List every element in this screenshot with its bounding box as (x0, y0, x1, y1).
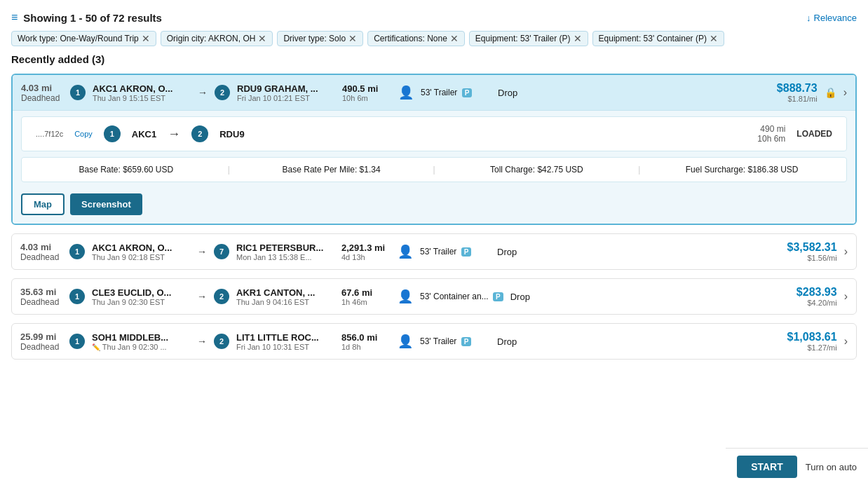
chip-remove[interactable]: ✕ (258, 34, 266, 43)
screenshot-button-1[interactable]: Screenshot (70, 193, 142, 215)
stop-badge-4: 1 (69, 334, 85, 349)
chip-remove[interactable]: ✕ (348, 34, 357, 43)
map-button-1[interactable]: Map (21, 193, 65, 215)
p-badge-2: P (461, 247, 472, 257)
equipment-2: 53' Trailer P (420, 247, 490, 257)
price-per-mile-1: $1.81/mi (777, 95, 818, 103)
stop-name-origin-1: AKC1 (132, 129, 156, 139)
stop-badge-2: 1 (69, 244, 85, 259)
fuel-surcharge-1: Fuel Surcharge: $186.38 USD (651, 165, 832, 175)
route-dest-3: AKR1 CANTON, ... Thu Jan 9 04:16 EST (236, 287, 334, 306)
distance-1: 490.5 mi 10h 6m (342, 83, 391, 102)
deadhead-1: 4.03 mi Deadhead (21, 83, 63, 103)
arrow-3: → (197, 291, 207, 302)
relevance-sort[interactable]: ↓ Relevance (806, 13, 857, 23)
filter-icon: ≡ (11, 11, 18, 24)
stop-badge-dest-3: 2 (214, 289, 229, 304)
price-section-1: $888.73 $1.81/mi (777, 82, 818, 103)
chip-certifications: Certifications: None ✕ (367, 31, 465, 46)
results-text: Showing 1 - 50 of 72 results (23, 12, 162, 24)
chevron-right-4: › (844, 335, 848, 348)
chip-remove[interactable]: ✕ (710, 34, 718, 43)
origin-name-1: AKC1 AKRON, O... (93, 83, 191, 94)
results-count: ≡ Showing 1 - 50 of 72 results (11, 11, 162, 24)
price-section-3: $283.93 $4.20/mi (796, 286, 837, 307)
distance-time-4: 1d 8h (341, 343, 391, 351)
chevron-right-3: › (844, 290, 848, 303)
equipment-1: 53' Trailer P (421, 88, 491, 97)
deadhead-label-2: Deadhead (20, 252, 62, 262)
toll-charge-1: Toll Charge: $42.75 USD (447, 165, 628, 175)
p-badge-3: P (493, 292, 503, 301)
base-rate-1: Base Rate: $659.60 USD (36, 165, 217, 175)
chip-origin-city: Origin city: AKRON, OH ✕ (161, 31, 273, 46)
chip-work-type: Work type: One-Way/Round Trip ✕ (11, 31, 156, 46)
distance-mi-3: 67.6 mi (341, 287, 391, 298)
header-row: ≡ Showing 1 - 50 of 72 results ↓ Relevan… (11, 11, 857, 24)
route-detail-row-1: ....7f12c Copy 1 AKC1 → 2 RDU9 490 mi 10… (21, 116, 847, 151)
sort-label: Relevance (814, 13, 857, 23)
chip-driver-type: Driver type: Solo ✕ (277, 31, 363, 46)
chip-label: Driver type: Solo (283, 34, 346, 43)
driver-icon-4: 👤 (398, 334, 413, 349)
base-rate-per-mile-1: Base Rate Per Mile: $1.34 (241, 165, 422, 175)
dest-name-4: LIT1 LITTLE ROC... (236, 332, 334, 343)
rate-divider-3: | (638, 165, 640, 175)
dest-time-4: Fri Jan 10 10:31 EST (236, 343, 334, 351)
price-section-2: $3,582.31 $1.56/mi (787, 241, 836, 262)
deadhead-3: 35.63 mi Deadhead (20, 287, 62, 307)
lock-icon-1: 🔒 (825, 87, 836, 98)
distance-mi-4: 856.0 mi (341, 332, 391, 343)
chip-remove[interactable]: ✕ (142, 34, 150, 43)
chip-remove[interactable]: ✕ (450, 34, 459, 43)
route-origin-3: CLE3 EUCLID, O... Thu Jan 9 02:30 EST (92, 287, 190, 306)
big-arrow-1: → (168, 127, 180, 142)
route-dest-1: RDU9 GRAHAM, ... Fri Jan 10 01:21 EST (237, 83, 335, 102)
arrow-1: → (198, 87, 208, 98)
chip-label: Equipment: 53' Container (P) (599, 34, 707, 43)
deadhead-mi-1: 4.03 mi (21, 83, 63, 93)
chip-equipment2: Equipment: 53' Container (P) ✕ (592, 31, 724, 46)
dest-time-3: Thu Jan 9 04:16 EST (236, 298, 334, 306)
pencil-icon-4: ✏️ (92, 343, 100, 351)
rate-divider-2: | (433, 165, 435, 175)
load-row-1[interactable]: 4.03 mi Deadhead 1 AKC1 AKRON, O... Thu … (13, 75, 855, 110)
route-stat-mi-1: 490 mi (757, 124, 785, 134)
distance-time-1: 10h 6m (342, 94, 391, 102)
price-per-mile-2: $1.56/mi (787, 254, 836, 262)
deadhead-mi-3: 35.63 mi (20, 287, 62, 297)
distance-4: 856.0 mi 1d 8h (341, 332, 391, 351)
start-button[interactable]: START (737, 456, 797, 478)
route-dest-2: RIC1 PETERSBUR... Mon Jan 13 15:38 E... (236, 242, 334, 261)
driver-icon-1: 👤 (398, 85, 414, 100)
chevron-right-2: › (844, 245, 848, 258)
origin-name-3: CLE3 EUCLID, O... (92, 287, 190, 298)
route-origin-2: AKC1 AKRON, O... Thu Jan 9 02:18 EST (92, 242, 190, 261)
chip-label: Work type: One-Way/Round Trip (18, 34, 139, 43)
load-row-2[interactable]: 4.03 mi Deadhead 1 AKC1 AKRON, O... Thu … (12, 234, 856, 269)
section-label: Recently added (3) (11, 53, 857, 65)
equipment-3: 53' Container an... P (420, 292, 503, 301)
load-card-1: 4.03 mi Deadhead 1 AKC1 AKRON, O... Thu … (11, 74, 857, 225)
deadhead-mi-4: 25.99 mi (20, 332, 62, 342)
turn-on-auto: Turn on auto (806, 462, 857, 472)
load-card-2: 4.03 mi Deadhead 1 AKC1 AKRON, O... Thu … (11, 233, 857, 270)
dest-time-1: Fri Jan 10 01:21 EST (237, 94, 335, 102)
dest-name-3: AKR1 CANTON, ... (236, 287, 334, 298)
distance-mi-2: 2,291.3 mi (341, 242, 391, 253)
load-card-4: 25.99 mi Deadhead 1 SOH1 MIDDLEB... ✏️ T… (11, 323, 857, 360)
distance-2: 2,291.3 mi 4d 13h (341, 242, 391, 261)
stop-badge-dest-1: 2 (215, 85, 230, 100)
expanded-detail-1: ....7f12c Copy 1 AKC1 → 2 RDU9 490 mi 10… (13, 110, 855, 224)
load-row-4[interactable]: 25.99 mi Deadhead 1 SOH1 MIDDLEB... ✏️ T… (12, 324, 856, 359)
load-row-3[interactable]: 35.63 mi Deadhead 1 CLE3 EUCLID, O... Th… (12, 279, 856, 314)
arrow-4: → (197, 336, 207, 347)
origin-time-3: Thu Jan 9 02:30 EST (92, 298, 190, 306)
origin-time-2: Thu Jan 9 02:18 EST (92, 253, 190, 261)
stop-badge-3: 1 (69, 289, 85, 304)
route-stats-1: 490 mi 10h 6m (757, 124, 785, 144)
copy-link-1[interactable]: Copy (74, 130, 93, 138)
distance-time-2: 4d 13h (341, 253, 391, 261)
chip-remove[interactable]: ✕ (574, 34, 582, 43)
drop-label-2: Drop (497, 247, 532, 257)
